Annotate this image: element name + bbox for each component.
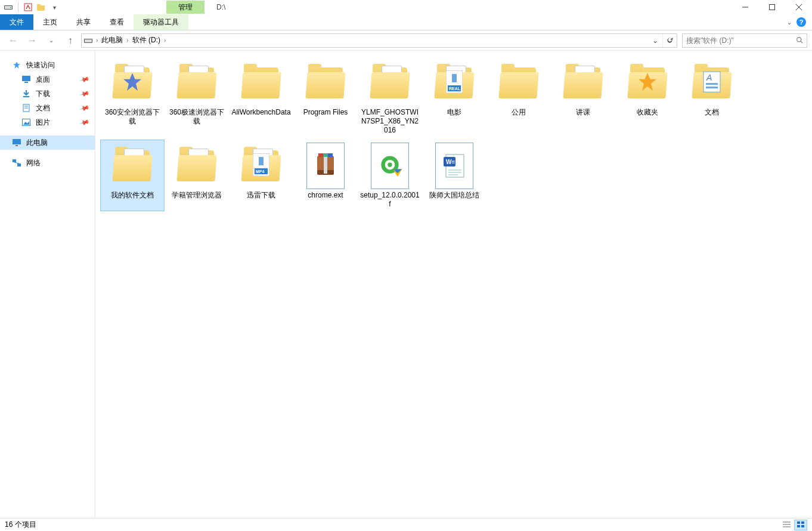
nav-quick-access[interactable]: 快速访问 xyxy=(0,58,95,72)
svg-rect-15 xyxy=(22,76,30,81)
folder-item[interactable]: AliWorkbenchData xyxy=(229,57,293,137)
item-label: setup_12.0.0.2001f xyxy=(360,191,420,209)
up-button[interactable]: ↑ xyxy=(62,33,79,48)
breadcrumb-current[interactable]: 软件 (D:) xyxy=(130,34,163,47)
close-button[interactable] xyxy=(785,0,812,14)
recent-locations-button[interactable]: ⌄ xyxy=(43,33,60,48)
svg-point-2 xyxy=(10,7,11,8)
forward-button[interactable]: → xyxy=(24,33,41,48)
help-icon[interactable]: ? xyxy=(796,17,806,27)
svg-rect-45 xyxy=(318,153,323,157)
drive-icon xyxy=(4,2,13,12)
svg-rect-22 xyxy=(13,139,21,144)
network-icon xyxy=(12,158,21,168)
search-box[interactable] xyxy=(682,33,807,48)
properties-icon[interactable] xyxy=(23,2,33,12)
maximize-button[interactable] xyxy=(758,0,785,14)
nav-pictures[interactable]: 图片 📌 xyxy=(0,115,95,129)
item-label: 陕师大国培总结 xyxy=(429,191,479,200)
drive-icon xyxy=(82,37,95,44)
pin-icon: 📌 xyxy=(79,74,91,85)
folder-item[interactable]: 讲课 xyxy=(551,57,615,137)
tab-file[interactable]: 文件 xyxy=(0,14,33,30)
folder-item[interactable]: A文档 xyxy=(680,57,744,137)
folder-star-icon xyxy=(109,59,156,107)
item-label: 我的软件文档 xyxy=(111,191,154,200)
svg-rect-7 xyxy=(769,5,774,10)
new-folder-icon[interactable] xyxy=(36,2,46,12)
file-rar-icon xyxy=(302,142,349,190)
search-icon[interactable] xyxy=(792,36,807,44)
folder-mp4-icon: MP4 xyxy=(237,142,285,190)
folder-item[interactable]: MP4迅雷下载 xyxy=(229,140,293,211)
svg-rect-24 xyxy=(13,159,16,162)
folder-item[interactable]: 360极速浏览器下载 xyxy=(165,57,229,137)
nav-downloads[interactable]: 下载 📌 xyxy=(0,87,95,101)
folder-item[interactable]: 我的软件文档 xyxy=(100,140,165,211)
svg-rect-46 xyxy=(328,153,333,157)
item-label: 公用 xyxy=(512,108,526,117)
svg-point-12 xyxy=(796,38,801,42)
svg-rect-16 xyxy=(24,82,28,83)
nav-this-pc[interactable]: 此电脑 xyxy=(0,135,95,150)
nav-network[interactable]: 网络 xyxy=(0,156,95,170)
window-title: D:\ xyxy=(216,3,225,11)
nav-label: 图片 xyxy=(36,118,50,128)
nav-label: 桌面 xyxy=(36,75,50,85)
svg-rect-23 xyxy=(16,145,18,146)
search-input[interactable] xyxy=(683,36,792,45)
folder-item[interactable]: 学籍管理浏览器 xyxy=(165,140,229,211)
folder-paper-icon xyxy=(109,142,156,190)
item-label: 讲课 xyxy=(576,108,590,117)
svg-rect-4 xyxy=(37,5,45,11)
folder-item[interactable]: 360安全浏览器下载 xyxy=(100,57,165,137)
chevron-right-icon[interactable]: › xyxy=(95,37,99,44)
item-label: 360安全浏览器下载 xyxy=(103,108,162,126)
tab-home[interactable]: 主页 xyxy=(33,14,67,30)
qat-dropdown-icon[interactable]: ▾ xyxy=(49,2,59,12)
folder-item[interactable]: 公用 xyxy=(486,57,551,137)
chevron-right-icon[interactable]: › xyxy=(163,37,167,44)
svg-rect-11 xyxy=(85,39,92,42)
item-label: 收藏夹 xyxy=(637,108,658,117)
item-label: 360极速浏览器下载 xyxy=(167,108,227,126)
folder-item[interactable]: REAL电影 xyxy=(422,57,486,137)
document-icon xyxy=(21,103,31,113)
ribbon-expand-icon[interactable]: ⌄ xyxy=(787,19,792,26)
nav-desktop[interactable]: 桌面 📌 xyxy=(0,72,95,87)
svg-rect-64 xyxy=(801,525,804,527)
item-label: 电影 xyxy=(447,108,461,117)
file-grid[interactable]: 360安全浏览器下载360极速浏览器下载AliWorkbenchDataProg… xyxy=(95,51,812,518)
address-history-dropdown[interactable]: ⌄ xyxy=(648,34,662,47)
file-item[interactable]: setup_12.0.0.2001f xyxy=(358,140,422,211)
navigation-row: ← → ⌄ ↑ › 此电脑 › 软件 (D:) › ⌄ xyxy=(0,30,812,51)
back-button[interactable]: ← xyxy=(5,33,21,48)
folder-icon xyxy=(302,59,349,107)
item-label: 学籍管理浏览器 xyxy=(172,191,222,200)
folder-item[interactable]: YLMF_GHOSTWIN7SP1_X86_YN2016 xyxy=(358,57,422,137)
computer-icon xyxy=(12,138,21,147)
address-bar[interactable]: › 此电脑 › 软件 (D:) › ⌄ xyxy=(81,33,677,48)
breadcrumb-this-pc[interactable]: 此电脑 xyxy=(99,34,125,47)
folder-item[interactable]: Program Files xyxy=(293,57,358,137)
window-controls xyxy=(732,0,812,14)
refresh-button[interactable] xyxy=(662,34,677,47)
tab-drive-tools[interactable]: 驱动器工具 xyxy=(134,14,188,30)
tab-view[interactable]: 查看 xyxy=(100,14,134,30)
contextual-tab-label: 管理 xyxy=(166,1,204,14)
details-view-button[interactable] xyxy=(780,520,793,530)
svg-text:REAL: REAL xyxy=(449,87,461,91)
svg-rect-62 xyxy=(801,521,804,524)
minimize-button[interactable] xyxy=(732,0,758,14)
tab-share[interactable]: 共享 xyxy=(67,14,100,30)
svg-text:MP4: MP4 xyxy=(256,169,265,174)
nav-documents[interactable]: 文档 📌 xyxy=(0,101,95,115)
folder-item[interactable]: 收藏夹 xyxy=(615,57,680,137)
file-item[interactable]: W≡陕师大国培总结 xyxy=(422,140,486,211)
folder-icon xyxy=(237,59,285,107)
nav-label: 文档 xyxy=(36,103,50,113)
ribbon-right: ⌄ ? xyxy=(787,14,812,30)
large-icons-view-button[interactable] xyxy=(794,520,807,530)
file-item[interactable]: chrome.ext xyxy=(293,140,358,211)
chevron-right-icon[interactable]: › xyxy=(125,37,129,44)
